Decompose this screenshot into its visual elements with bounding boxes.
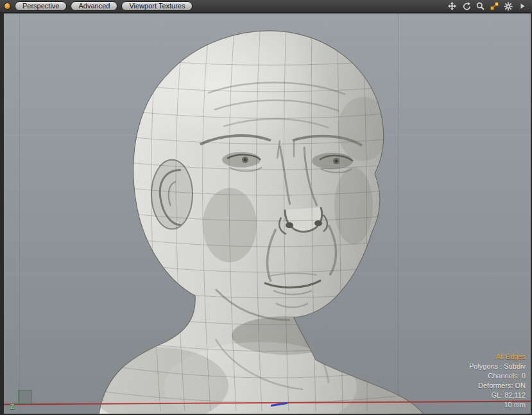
viewport-options-dot[interactable] [4,3,11,10]
viewport-textures-button[interactable]: Viewport Textures [121,1,193,11]
keyframe-link-icon[interactable] [490,2,499,11]
rotate-icon[interactable] [461,2,470,11]
viewport-3d-canvas[interactable]: Z All Edges Polygons : Subdiv Channels: … [4,13,531,414]
modeling-app-window: Perspective Advanced Viewport Textures [0,0,532,415]
gear-icon[interactable] [504,2,513,11]
shading-advanced-button[interactable]: Advanced [71,1,117,11]
expand-arrow-icon[interactable] [518,2,527,11]
viewport-toolbar: Perspective Advanced Viewport Textures [0,0,532,13]
pan-icon[interactable] [447,2,456,11]
perspective-button[interactable]: Perspective [15,1,67,11]
zoom-icon[interactable] [476,2,485,11]
toolbar-icon-group [447,2,528,11]
head-model-render [4,13,531,414]
